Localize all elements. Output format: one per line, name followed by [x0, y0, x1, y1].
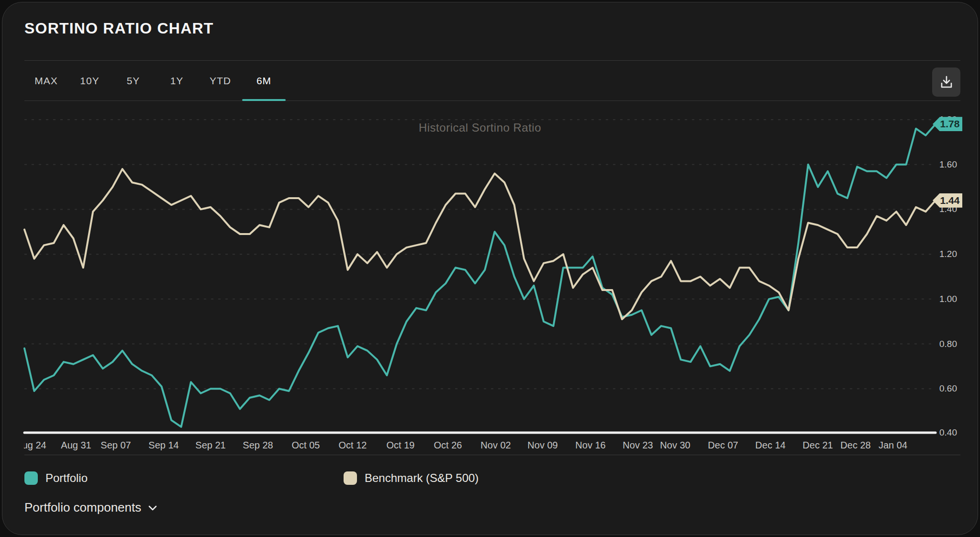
- legend-swatch: [24, 471, 38, 485]
- x-tick-label: Dec 21: [802, 440, 833, 451]
- y-tick-label: 0.60: [939, 383, 973, 394]
- y-tick-label: 1.20: [939, 249, 973, 259]
- y-tick-label: 1.60: [939, 159, 973, 170]
- series-line-portfolio: [24, 124, 935, 427]
- x-tick-label: Nov 02: [480, 440, 511, 451]
- legend-item-portfolio[interactable]: Portfolio: [24, 471, 88, 485]
- y-tick-label: 0.40: [939, 427, 973, 438]
- x-tick-label: Dec 28: [840, 440, 870, 451]
- x-tick-label: Aug 24: [24, 440, 46, 451]
- x-tick-label: Aug 31: [61, 440, 91, 451]
- x-tick-label: Sep 14: [148, 440, 178, 451]
- legend-label: Portfolio: [45, 471, 88, 485]
- y-tick-label: 1.00: [939, 294, 973, 304]
- x-tick-label: Dec 07: [708, 440, 738, 451]
- x-tick-label: Nov 09: [527, 440, 557, 451]
- x-tick-label: Nov 16: [575, 440, 605, 451]
- portfolio-components-label: Portfolio components: [24, 500, 141, 515]
- legend-swatch: [344, 471, 357, 485]
- x-tick-label: Sep 28: [243, 440, 273, 451]
- legend-item-benchmark-s-p-500-[interactable]: Benchmark (S&P 500): [344, 471, 479, 485]
- series-lines: [24, 124, 935, 427]
- portfolio-components-toggle[interactable]: Portfolio components: [24, 500, 158, 515]
- x-tick-label: Oct 05: [292, 440, 320, 451]
- x-axis-labels: Aug 24Aug 31Sep 07Sep 14Sep 21Sep 28Oct …: [24, 439, 938, 453]
- x-tick-label: Sep 07: [100, 440, 131, 451]
- x-tick-label: Oct 26: [434, 440, 462, 451]
- x-tick-label: Sep 21: [195, 440, 225, 451]
- x-tick-label: Jan 04: [879, 440, 907, 451]
- legend-label: Benchmark (S&P 500): [365, 471, 479, 485]
- chart-title: Historical Sortino Ratio: [419, 121, 541, 134]
- chart-card: SORTINO RATIO CHART MAX10Y5Y1YYTD6M Hist…: [2, 2, 978, 535]
- x-tick-label: Nov 23: [623, 440, 653, 451]
- x-tick-label: Oct 12: [339, 440, 367, 451]
- chevron-down-icon: [147, 502, 158, 514]
- y-tick-label: 0.80: [939, 339, 973, 349]
- x-tick-label: Dec 14: [755, 440, 785, 451]
- x-tick-label: Oct 19: [387, 440, 415, 451]
- footer-divider: [24, 455, 960, 455]
- x-tick-label: Nov 30: [660, 440, 690, 451]
- chart-svg: [2, 2, 978, 535]
